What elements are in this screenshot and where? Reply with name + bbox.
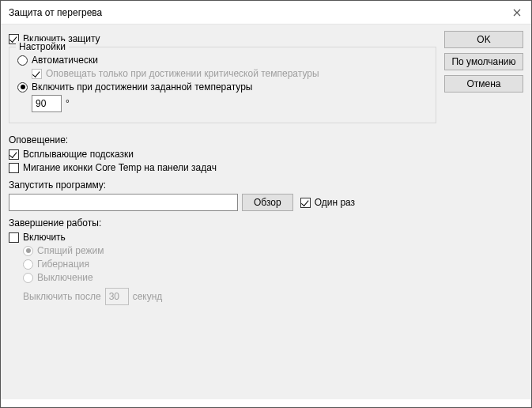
enable-at-temp-label: Включить при достижении заданной темпера… xyxy=(32,81,252,93)
popup-hints-label: Всплывающие подсказки xyxy=(23,149,134,160)
sleep-row: Спящий режим xyxy=(23,245,436,256)
enable-shutdown-row[interactable]: Включить xyxy=(9,232,436,243)
flash-icon-checkbox[interactable] xyxy=(9,163,19,173)
notify-critical-label: Оповещать только при достижении критичес… xyxy=(46,68,319,79)
notify-critical-checkbox xyxy=(32,69,42,79)
auto-row[interactable]: Автоматически xyxy=(17,55,428,66)
enable-shutdown-checkbox[interactable] xyxy=(9,232,19,243)
notify-critical-row: Оповещать только при достижении критичес… xyxy=(32,68,428,79)
enable-at-temp-row[interactable]: Включить при достижении заданной темпера… xyxy=(17,81,428,93)
popup-hints-row[interactable]: Всплывающие подсказки xyxy=(9,149,436,160)
ok-button[interactable]: OK xyxy=(444,31,523,48)
sleep-radio xyxy=(23,246,33,256)
temp-value-row: ° xyxy=(32,95,428,112)
poweroff-label: Выключение xyxy=(37,272,93,283)
poweroff-row: Выключение xyxy=(23,272,436,283)
seconds-input xyxy=(105,288,129,305)
hibernate-label: Гибернация xyxy=(37,259,89,270)
hibernate-radio xyxy=(23,259,33,270)
content-area: Включить защиту Настройки Автоматически … xyxy=(1,25,531,399)
flash-icon-label: Мигание иконки Core Temp на панели задач xyxy=(23,162,217,173)
window-title: Защита от перегрева xyxy=(9,7,102,18)
run-program-label: Запустить программу: xyxy=(9,179,436,191)
cancel-button[interactable]: Отмена xyxy=(444,75,523,93)
degree-symbol: ° xyxy=(66,98,70,109)
enable-shutdown-label: Включить xyxy=(23,232,66,243)
once-checkbox[interactable] xyxy=(300,198,311,208)
poweroff-radio xyxy=(23,273,33,283)
run-program-row: Обзор Один раз xyxy=(9,194,436,211)
sleep-label: Спящий режим xyxy=(37,245,104,256)
enable-at-temp-radio[interactable] xyxy=(17,82,28,93)
notification-section-label: Оповещение: xyxy=(9,134,436,145)
close-icon xyxy=(513,9,521,17)
titlebar: Защита от перегрева xyxy=(1,1,531,25)
popup-hints-checkbox[interactable] xyxy=(9,149,19,160)
auto-radio[interactable] xyxy=(17,55,28,66)
browse-button[interactable]: Обзор xyxy=(242,194,293,211)
enable-protection-row[interactable]: Включить защиту xyxy=(9,33,436,44)
dialog-window: Защита от перегрева Включить защиту Наст… xyxy=(0,0,532,408)
default-button[interactable]: По умолчанию xyxy=(444,53,523,70)
program-path-input[interactable] xyxy=(9,194,238,211)
flash-icon-row[interactable]: Мигание иконки Core Temp на панели задач xyxy=(9,162,436,173)
temperature-input[interactable] xyxy=(32,95,62,112)
side-buttons: OK По умолчанию Отмена xyxy=(444,31,523,388)
settings-legend: Настройки xyxy=(16,41,69,52)
hibernate-row: Гибернация xyxy=(23,259,436,270)
once-label: Один раз xyxy=(315,197,355,208)
turnoff-after-row: Выключить после секунд xyxy=(23,288,436,305)
seconds-label: секунд xyxy=(133,291,163,302)
auto-label: Автоматически xyxy=(32,55,98,66)
turnoff-after-label: Выключить после xyxy=(23,291,101,302)
main-column: Включить защиту Настройки Автоматически … xyxy=(9,31,436,388)
shutdown-section-label: Завершение работы: xyxy=(9,217,436,229)
settings-fieldset: Настройки Автоматически Оповещать только… xyxy=(9,47,436,123)
close-button[interactable] xyxy=(509,5,525,21)
